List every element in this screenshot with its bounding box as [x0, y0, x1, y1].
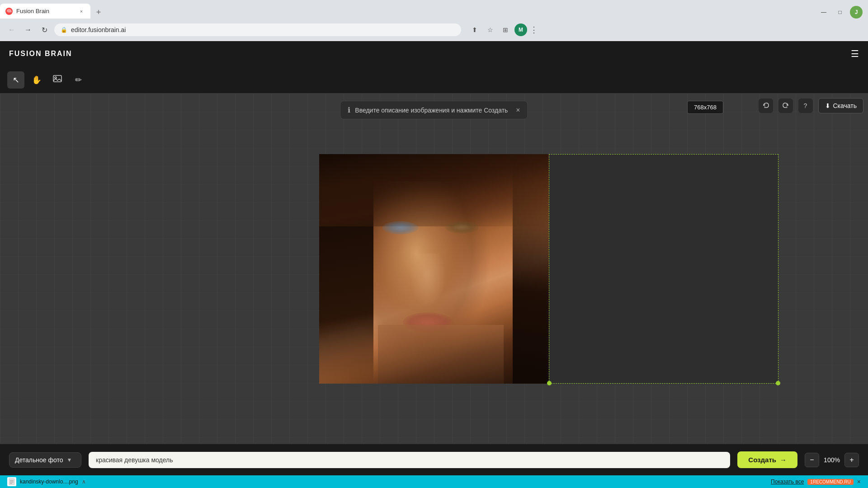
image-tool-icon: [52, 74, 62, 86]
create-button[interactable]: Создать →: [737, 451, 797, 468]
bottom-bar: Детальное фото ▼ Создать → − 100% +: [0, 444, 868, 475]
status-bar: kandinsky-downlo....png ∧ Показать все 1…: [0, 475, 868, 488]
zoom-in-button[interactable]: +: [844, 453, 859, 467]
select-tool-button[interactable]: ↖: [7, 71, 24, 89]
redo-button[interactable]: [778, 99, 793, 113]
zoom-value: 100%: [823, 456, 841, 464]
show-all-button[interactable]: Показать все: [771, 479, 804, 485]
download-button[interactable]: ⬇ Скачать: [818, 98, 864, 113]
prompt-input[interactable]: [89, 452, 730, 468]
browser-more-button[interactable]: ⋮: [530, 25, 538, 35]
create-button-label: Создать: [748, 456, 776, 464]
style-label: Детальное фото: [15, 456, 63, 464]
window-maximize-button[interactable]: □: [834, 6, 846, 19]
select-tool-icon: ↖: [13, 75, 19, 85]
status-bar-close-button[interactable]: ×: [857, 478, 861, 485]
security-lock-icon: 🔒: [61, 27, 67, 33]
window-minimize-button[interactable]: —: [817, 6, 830, 19]
file-icon: [7, 477, 16, 486]
download-icon: ⬇: [825, 102, 830, 109]
canvas-expansion-area: [549, 154, 778, 384]
style-selector[interactable]: Детальное фото ▼: [9, 452, 81, 468]
canvas-content: [319, 154, 549, 384]
recommend-badge: 1RECOMMEND.RU: [807, 479, 853, 485]
app-header: FUSION BRAIN ☰: [0, 41, 868, 66]
canvas-image: [319, 154, 549, 384]
svg-rect-5: [10, 483, 12, 484]
notification-close-button[interactable]: ×: [516, 106, 520, 114]
nav-reload-button[interactable]: ↻: [38, 23, 51, 36]
url-text: editor.fusionbrain.ai: [71, 26, 126, 33]
nav-forward-button[interactable]: →: [22, 23, 34, 36]
image-tool-button[interactable]: [49, 71, 66, 89]
zoom-controls: − 100% +: [805, 453, 859, 467]
window-user-avatar[interactable]: J: [850, 6, 863, 19]
notification-info-icon: ℹ: [348, 106, 350, 114]
share-icon[interactable]: ⬆: [468, 23, 481, 36]
expansion-handle-bottom-left[interactable]: [547, 381, 552, 385]
file-expand-button[interactable]: ∧: [82, 479, 86, 485]
help-icon: ?: [804, 102, 807, 109]
svg-rect-3: [10, 480, 14, 481]
downloaded-file: kandinsky-downlo....png ∧: [7, 477, 86, 486]
canvas-area: ℹ Введите описание изображения и нажмите…: [0, 94, 868, 444]
expansion-handle-bottom-right[interactable]: [776, 381, 780, 385]
brush-tool-button[interactable]: ✏: [70, 71, 87, 89]
hand-tool-button[interactable]: ✋: [28, 71, 45, 89]
hamburger-menu-button[interactable]: ☰: [851, 49, 859, 59]
notification-banner: ℹ Введите описание изображения и нажмите…: [340, 101, 528, 119]
hand-tool-icon: ✋: [32, 75, 42, 85]
brush-tool-icon: ✏: [75, 75, 82, 85]
status-bar-right: Показать все 1RECOMMEND.RU ×: [771, 478, 861, 485]
tab-favicon: 🧠: [5, 8, 13, 15]
browser-tab[interactable]: 🧠 Fusion Brain ×: [0, 4, 90, 19]
notification-text: Введите описание изображения и нажмите С…: [355, 107, 508, 114]
canvas-size-indicator: 768x768: [687, 101, 723, 114]
browser-profile-button[interactable]: M: [514, 23, 527, 36]
undo-button[interactable]: [759, 99, 773, 113]
address-bar-input[interactable]: 🔒 editor.fusionbrain.ai: [54, 23, 461, 36]
bookmark-icon[interactable]: ☆: [484, 23, 496, 36]
canvas-top-right-controls: ? ⬇ Скачать: [759, 98, 864, 113]
nav-back-button[interactable]: ←: [5, 23, 18, 36]
new-tab-button[interactable]: +: [92, 6, 105, 19]
svg-rect-4: [10, 482, 14, 483]
app-logo: FUSION BRAIN: [9, 50, 72, 58]
tool-toolbar: ↖ ✋ ✏: [0, 66, 868, 94]
style-dropdown-arrow-icon: ▼: [67, 457, 72, 463]
file-name: kandinsky-downlo....png: [20, 479, 78, 485]
download-label: Скачать: [833, 102, 857, 109]
tab-title: Fusion Brain: [16, 8, 74, 14]
zoom-out-button[interactable]: −: [805, 453, 819, 467]
create-button-arrow-icon: →: [780, 456, 787, 464]
help-button[interactable]: ?: [798, 99, 813, 113]
tab-close-button[interactable]: ×: [78, 8, 85, 15]
sidebar-toggle-icon[interactable]: ⊞: [499, 23, 512, 36]
